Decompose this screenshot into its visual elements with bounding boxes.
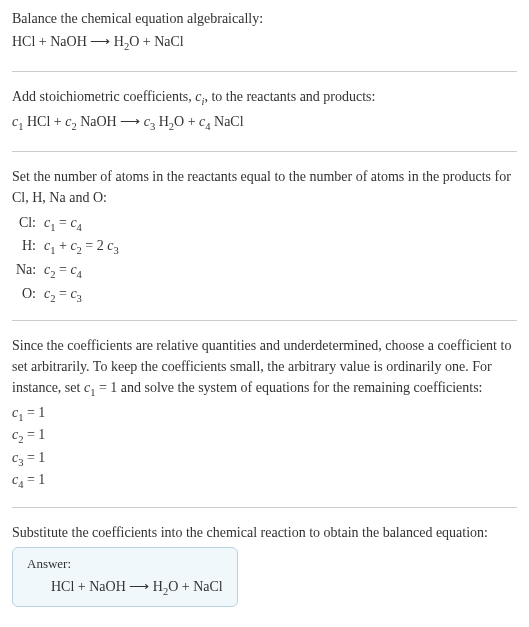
atoms-title: Set the number of atoms in the reactants… <box>12 166 517 208</box>
solve-title: Since the coefficients are relative quan… <box>12 335 517 401</box>
divider <box>12 71 517 72</box>
atom-row: H: c1 + c2 = 2 c3 <box>16 235 517 259</box>
stoich-title-a: Add stoichiometric coefficients, <box>12 89 195 104</box>
coef-line: c2 = 1 <box>12 425 517 447</box>
atoms-section: Set the number of atoms in the reactants… <box>12 166 517 306</box>
atom-eq: c1 = c4 <box>44 212 82 236</box>
substitute-section: Substitute the coefficients into the che… <box>12 522 517 608</box>
stoich-section: Add stoichiometric coefficients, ci, to … <box>12 86 517 137</box>
coef-line: c3 = 1 <box>12 448 517 470</box>
answer-box: Answer: HCl + NaOH ⟶ H2O + NaCl <box>12 547 238 608</box>
stoich-equation: c1 HCl + c2 NaOH ⟶ c3 H2O + c4 NaCl <box>12 109 517 137</box>
solve-title-b: = 1 and solve the system of equations fo… <box>95 380 482 395</box>
t3: H <box>155 114 169 129</box>
intro-eq-a: HCl + NaOH ⟶ H <box>12 34 124 49</box>
coef-list: c1 = 1 c2 = 1 c3 = 1 c4 = 1 <box>12 403 517 493</box>
intro-title: Balance the chemical equation algebraica… <box>12 8 517 29</box>
atom-label: Na: <box>16 259 44 280</box>
t2: NaOH ⟶ <box>77 114 144 129</box>
intro-equation: HCl + NaOH ⟶ H2O + NaCl <box>12 29 517 57</box>
intro-section: Balance the chemical equation algebraica… <box>12 8 517 57</box>
atom-row: O: c2 = c3 <box>16 283 517 307</box>
atom-row: Cl: c1 = c4 <box>16 212 517 236</box>
atom-table: Cl: c1 = c4 H: c1 + c2 = 2 c3 Na: c2 = c… <box>16 212 517 306</box>
atom-eq: c2 = c3 <box>44 283 82 307</box>
atom-eq: c2 = c4 <box>44 259 82 283</box>
t1: HCl + <box>23 114 65 129</box>
t5: NaCl <box>211 114 244 129</box>
answer-equation: HCl + NaOH ⟶ H2O + NaCl <box>27 578 223 597</box>
atom-label: O: <box>16 283 44 304</box>
divider <box>12 320 517 321</box>
atom-row: Na: c2 = c4 <box>16 259 517 283</box>
divider <box>12 507 517 508</box>
answer-eq-b: O + NaCl <box>168 579 223 594</box>
stoich-title-b: , to the reactants and products: <box>204 89 375 104</box>
atom-eq: c1 + c2 = 2 c3 <box>44 235 119 259</box>
t4: O + <box>174 114 199 129</box>
substitute-title: Substitute the coefficients into the che… <box>12 522 517 543</box>
atom-label: Cl: <box>16 212 44 233</box>
coef-line: c4 = 1 <box>12 470 517 492</box>
solve-section: Since the coefficients are relative quan… <box>12 335 517 492</box>
atom-label: H: <box>16 235 44 256</box>
divider <box>12 151 517 152</box>
answer-eq-a: HCl + NaOH ⟶ H <box>51 579 163 594</box>
answer-label: Answer: <box>27 556 223 572</box>
stoich-title: Add stoichiometric coefficients, ci, to … <box>12 86 517 110</box>
coef-line: c1 = 1 <box>12 403 517 425</box>
intro-eq-b: O + NaCl <box>129 34 184 49</box>
